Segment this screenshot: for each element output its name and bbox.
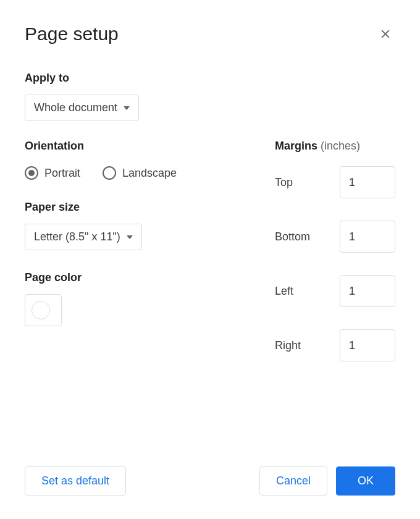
orientation-portrait-radio[interactable]: Portrait bbox=[25, 166, 80, 180]
margin-bottom-label: Bottom bbox=[275, 230, 310, 243]
margin-right-input[interactable] bbox=[340, 329, 395, 361]
page-color-dropdown[interactable] bbox=[25, 294, 62, 326]
paper-size-label: Paper size bbox=[25, 201, 244, 214]
margin-top-label: Top bbox=[275, 176, 293, 189]
caret-down-icon bbox=[127, 235, 133, 239]
margin-left-input[interactable] bbox=[340, 275, 395, 307]
close-button[interactable] bbox=[376, 24, 395, 44]
page-color-label: Page color bbox=[25, 271, 244, 284]
margin-left-label: Left bbox=[275, 285, 293, 298]
margin-bottom-input[interactable] bbox=[340, 221, 395, 253]
ok-button[interactable]: OK bbox=[336, 466, 395, 496]
orientation-landscape-radio[interactable]: Landscape bbox=[103, 166, 177, 180]
orientation-label: Orientation bbox=[25, 140, 244, 153]
apply-to-value: Whole document bbox=[34, 101, 117, 114]
margins-unit: (inches) bbox=[321, 140, 360, 152]
paper-size-value: Letter (8.5" x 11") bbox=[34, 230, 120, 243]
set-as-default-button[interactable]: Set as default bbox=[25, 466, 126, 496]
apply-to-dropdown[interactable]: Whole document bbox=[25, 95, 139, 121]
margin-right-label: Right bbox=[275, 339, 301, 352]
orientation-landscape-label: Landscape bbox=[122, 167, 177, 180]
radio-icon bbox=[25, 166, 38, 180]
margins-label: Margins (inches) bbox=[275, 140, 395, 153]
color-swatch-icon bbox=[32, 301, 50, 319]
radio-icon bbox=[103, 166, 116, 180]
apply-to-label: Apply to bbox=[25, 72, 395, 85]
margin-top-input[interactable] bbox=[340, 166, 395, 198]
dialog-title: Page setup bbox=[25, 23, 119, 44]
paper-size-dropdown[interactable]: Letter (8.5" x 11") bbox=[25, 224, 142, 250]
orientation-portrait-label: Portrait bbox=[44, 167, 80, 180]
close-icon bbox=[379, 28, 392, 40]
cancel-button[interactable]: Cancel bbox=[259, 466, 327, 496]
caret-down-icon bbox=[124, 106, 130, 110]
